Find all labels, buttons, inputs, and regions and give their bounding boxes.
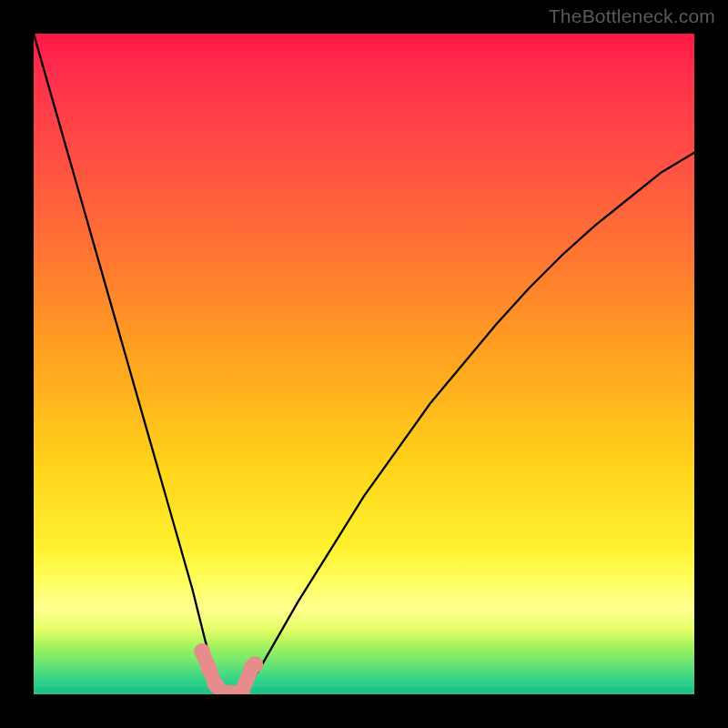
data-marker bbox=[200, 660, 217, 676]
data-marker bbox=[247, 656, 263, 672]
data-marker bbox=[194, 643, 210, 660]
marker-group bbox=[194, 643, 263, 694]
source-watermark: TheBottleneck.com bbox=[549, 5, 715, 27]
plot-area bbox=[34, 34, 694, 694]
bottleneck-curve bbox=[34, 34, 694, 694]
chart-svg bbox=[34, 34, 694, 694]
chart-frame: TheBottleneck.com bbox=[0, 0, 728, 728]
